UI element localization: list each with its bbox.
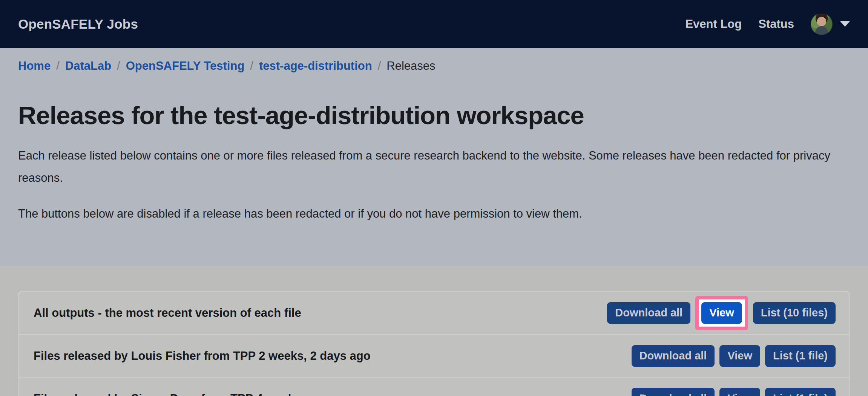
- page-header-section: Home / DataLab / OpenSAFELY Testing / te…: [0, 48, 868, 266]
- chevron-down-icon: [840, 21, 850, 27]
- avatar[interactable]: [811, 13, 833, 35]
- release-actions: Download all View List (10 files): [607, 296, 836, 330]
- view-button[interactable]: View: [719, 345, 760, 367]
- nav-link-event-log[interactable]: Event Log: [685, 17, 742, 31]
- release-row-all-outputs: All outputs - the most recent version of…: [18, 292, 850, 334]
- list-files-button[interactable]: List (1 file): [765, 388, 836, 396]
- user-menu-toggle[interactable]: [811, 13, 850, 35]
- view-button[interactable]: View: [701, 302, 742, 324]
- navbar-right: Event Log Status: [685, 13, 850, 35]
- breadcrumb-workspace[interactable]: test-age-distribution: [259, 59, 372, 73]
- nav-link-status[interactable]: Status: [758, 17, 794, 31]
- breadcrumb-home[interactable]: Home: [18, 59, 51, 73]
- download-all-button[interactable]: Download all: [632, 345, 715, 367]
- annotation-highlight-box: View: [695, 296, 748, 330]
- breadcrumb-separator: /: [378, 59, 381, 73]
- breadcrumb-opensafely-testing[interactable]: OpenSAFELY Testing: [126, 59, 245, 73]
- release-title: Files released by Louis Fisher from TPP …: [34, 349, 371, 363]
- list-files-button[interactable]: List (1 file): [765, 345, 836, 367]
- release-row-louis-fisher: Files released by Louis Fisher from TPP …: [18, 334, 850, 377]
- release-actions: Download all View List (1 file): [632, 388, 836, 396]
- release-title: All outputs - the most recent version of…: [34, 306, 301, 320]
- list-files-button[interactable]: List (10 files): [753, 302, 836, 324]
- intro-paragraph-1: Each release listed below contains one o…: [18, 145, 850, 189]
- intro-paragraph-2: The buttons below are disabled if a rele…: [18, 203, 850, 225]
- releases-section: All outputs - the most recent version of…: [0, 266, 868, 396]
- breadcrumb: Home / DataLab / OpenSAFELY Testing / te…: [18, 59, 850, 73]
- breadcrumb-datalab[interactable]: DataLab: [65, 59, 111, 73]
- release-title: Files released by Simon Davy from TPP 4 …: [34, 392, 325, 396]
- breadcrumb-current-releases: Releases: [386, 59, 435, 73]
- release-row-simon-davy: Files released by Simon Davy from TPP 4 …: [18, 377, 850, 396]
- releases-card: All outputs - the most recent version of…: [18, 291, 850, 396]
- breadcrumb-separator: /: [56, 59, 60, 73]
- breadcrumb-separator: /: [117, 59, 120, 73]
- view-button[interactable]: View: [719, 388, 760, 396]
- page-title: Releases for the test-age-distribution w…: [18, 101, 850, 130]
- brand-link[interactable]: OpenSAFELY Jobs: [18, 17, 138, 32]
- breadcrumb-separator: /: [250, 59, 253, 73]
- top-navbar: OpenSAFELY Jobs Event Log Status: [0, 0, 868, 48]
- release-actions: Download all View List (1 file): [632, 345, 836, 367]
- download-all-button[interactable]: Download all: [607, 302, 690, 324]
- download-all-button[interactable]: Download all: [632, 388, 715, 396]
